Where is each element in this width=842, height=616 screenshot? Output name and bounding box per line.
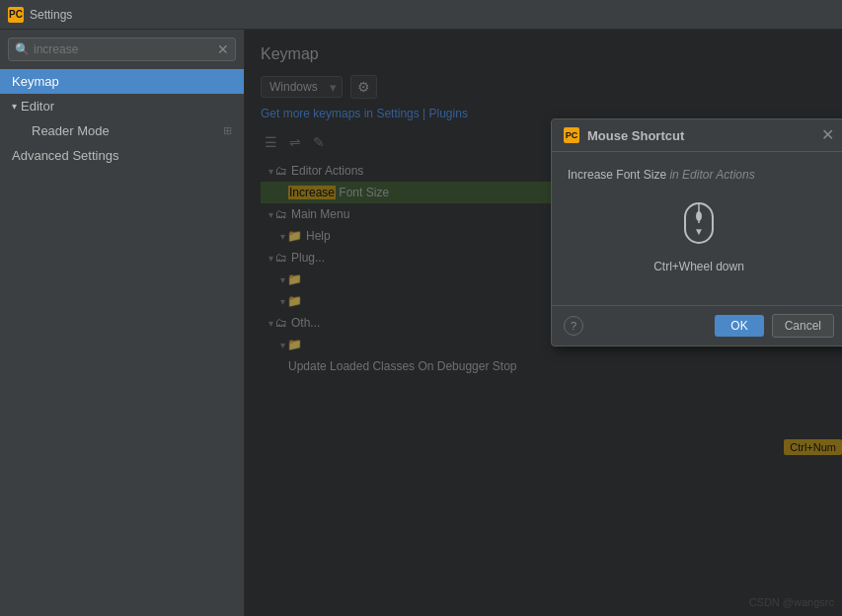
- svg-point-2: [696, 211, 702, 221]
- sidebar-item-keymap[interactable]: Keymap: [0, 69, 244, 94]
- sidebar-search-wrap[interactable]: 🔍 increase ✕: [8, 38, 236, 61]
- mouse-icon: ▼: [683, 201, 715, 252]
- modal-footer: ? OK Cancel: [552, 305, 842, 346]
- modal-overlay: PC Mouse Shortcut ✕ Increase Font Size i…: [245, 30, 842, 616]
- sidebar-item-keymap-label: Keymap: [12, 74, 59, 89]
- sidebar-item-editor[interactable]: ▾ Editor: [0, 94, 244, 118]
- modal-header: PC Mouse Shortcut ✕: [552, 119, 842, 152]
- app-icon: PC: [8, 7, 24, 23]
- window-title: Settings: [30, 8, 72, 22]
- sidebar-search-input[interactable]: increase: [34, 40, 217, 58]
- sidebar-nav: Keymap ▾ Editor Reader Mode ⊞ Advanced S…: [0, 69, 244, 616]
- help-button[interactable]: ?: [564, 316, 583, 336]
- modal-title: Mouse Shortcut: [587, 128, 821, 143]
- content-area: Keymap Windows ⚙ Get more keymaps in Set…: [245, 30, 842, 616]
- sidebar-item-editor-label: Editor: [21, 99, 54, 114]
- cancel-button[interactable]: Cancel: [772, 314, 834, 338]
- sidebar-item-advanced-settings[interactable]: Advanced Settings: [0, 143, 244, 168]
- modal-subtitle: Increase Font Size in Editor Actions: [568, 168, 830, 182]
- mouse-svg: ▼: [683, 201, 715, 245]
- main-layout: 🔍 increase ✕ Keymap ▾ Editor Reader Mode…: [0, 30, 842, 616]
- search-clear-icon[interactable]: ✕: [217, 42, 229, 56]
- title-bar: PC Settings: [0, 0, 842, 30]
- editor-arrow: ▾: [12, 101, 17, 112]
- modal-action-location-text: in Editor Actions: [669, 168, 754, 182]
- search-icon: 🔍: [15, 42, 30, 56]
- ok-button[interactable]: OK: [715, 315, 763, 337]
- mouse-shortcut-label: Ctrl+Wheel down: [653, 260, 744, 273]
- reader-mode-badge: ⊞: [223, 124, 232, 137]
- sidebar: 🔍 increase ✕ Keymap ▾ Editor Reader Mode…: [0, 30, 245, 616]
- sidebar-item-advanced-settings-label: Advanced Settings: [12, 148, 118, 163]
- modal-icon: PC: [564, 127, 579, 143]
- sidebar-item-reader-mode[interactable]: Reader Mode ⊞: [0, 118, 244, 143]
- sidebar-item-reader-mode-label: Reader Mode: [32, 123, 110, 138]
- svg-text:▼: ▼: [694, 226, 704, 237]
- mouse-shortcut-modal: PC Mouse Shortcut ✕ Increase Font Size i…: [551, 118, 842, 346]
- sidebar-search-bar: 🔍 increase ✕: [0, 30, 244, 69]
- mouse-visual: ▼ Ctrl+Wheel down: [568, 201, 830, 273]
- modal-action-name: Increase Font Size: [568, 168, 666, 182]
- modal-close-button[interactable]: ✕: [821, 127, 834, 143]
- modal-body: Increase Font Size in Editor Actions: [552, 152, 842, 305]
